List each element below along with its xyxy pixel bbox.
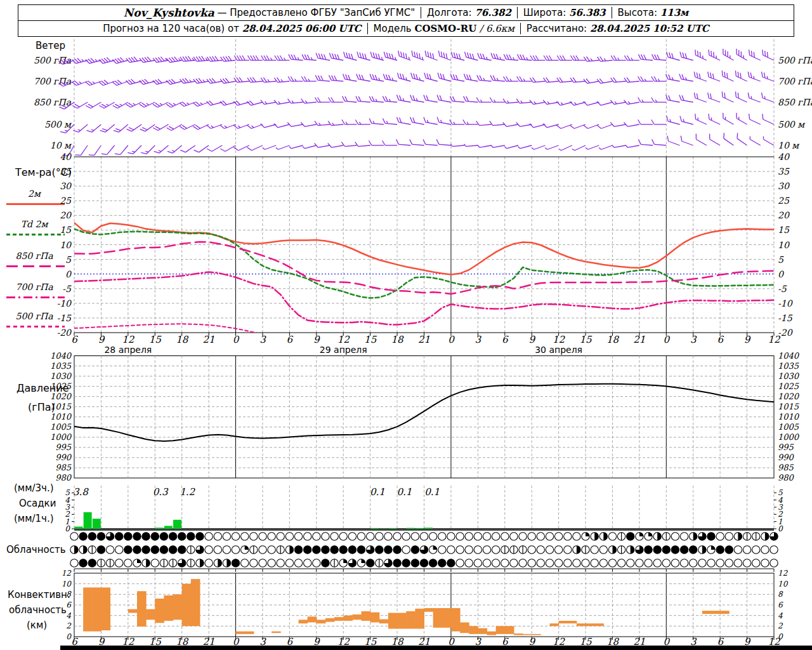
- convective-bar: [317, 620, 326, 623]
- convective-bar: [352, 614, 362, 620]
- svg-text:1035: 1035: [50, 361, 72, 371]
- svg-text:3.8: 3.8: [73, 486, 89, 498]
- convective-bar: [379, 620, 389, 624]
- svg-text:35: 35: [778, 166, 790, 176]
- svg-text:1000: 1000: [50, 432, 72, 442]
- convective-bar: [505, 626, 514, 633]
- svg-text:1040: 1040: [50, 351, 72, 361]
- cloud-symbol-row-2: [70, 559, 778, 567]
- svg-text:15: 15: [579, 334, 593, 345]
- svg-text:-20: -20: [56, 328, 72, 338]
- svg-text:21: 21: [418, 334, 430, 345]
- svg-text:18: 18: [176, 334, 189, 345]
- svg-text:1040: 1040: [778, 351, 800, 361]
- svg-text:500 гПа: 500 гПа: [778, 55, 812, 65]
- convective-bar: [308, 616, 317, 622]
- precip-bar: [416, 528, 424, 529]
- svg-text:1005: 1005: [778, 422, 799, 432]
- convective-bar: [568, 621, 577, 623]
- svg-text:850 гПа: 850 гПа: [34, 97, 72, 107]
- svg-text:1035: 1035: [778, 361, 799, 371]
- convective-bar: [173, 594, 183, 620]
- svg-text:10: 10: [778, 580, 789, 588]
- convective-bar: [406, 611, 416, 628]
- convective-bar: [478, 628, 487, 634]
- svg-text:15: 15: [364, 334, 377, 345]
- convective-bar: [92, 588, 102, 632]
- convective-bar: [164, 595, 173, 621]
- svg-text:1000: 1000: [778, 432, 800, 442]
- convective-bar: [577, 623, 586, 626]
- convective-bar: [442, 608, 452, 628]
- svg-text:40: 40: [778, 152, 790, 162]
- svg-text:10: 10: [62, 580, 72, 588]
- precip-bar: [164, 526, 173, 529]
- temperature-panel: 40403535303025252020151510105500-5-5-10-…: [56, 152, 792, 355]
- svg-text:850 гПа: 850 гПа: [778, 97, 812, 107]
- convective-bar: [245, 632, 254, 634]
- wind-barbs-row-0: [58, 49, 776, 65]
- precip-bar: [388, 528, 396, 529]
- convective-bar: [594, 623, 604, 626]
- cloudiness-panel: [70, 530, 778, 572]
- svg-text:500 гПа: 500 гПа: [34, 55, 72, 65]
- svg-text:12: 12: [122, 334, 135, 345]
- svg-text:995: 995: [55, 442, 72, 452]
- convective-bar: [83, 588, 93, 632]
- cloud-symbol-row-1: [70, 546, 778, 554]
- svg-text:10: 10: [60, 240, 72, 250]
- svg-text:0: 0: [448, 334, 455, 345]
- svg-text:10 м: 10 м: [50, 140, 72, 150]
- svg-text:18: 18: [606, 334, 620, 345]
- svg-text:12: 12: [62, 569, 72, 578]
- convective-bar: [325, 618, 335, 622]
- svg-text:0.1: 0.1: [396, 486, 412, 498]
- svg-text:985: 985: [778, 463, 794, 472]
- convective-bar: [236, 632, 246, 634]
- svg-text:6: 6: [287, 334, 294, 345]
- svg-text:6: 6: [778, 600, 783, 609]
- convective-bar: [272, 632, 281, 633]
- svg-text:990: 990: [55, 453, 72, 462]
- svg-text:3: 3: [259, 334, 266, 345]
- svg-text:12: 12: [778, 569, 789, 578]
- convective-bar: [496, 626, 506, 633]
- convective-bar: [137, 591, 147, 627]
- precip-bar: [84, 512, 92, 529]
- svg-text:40: 40: [60, 152, 72, 162]
- temperature-series: [74, 223, 774, 337]
- svg-text:1030: 1030: [50, 371, 72, 381]
- svg-text:0.1: 0.1: [424, 486, 440, 498]
- svg-text:12: 12: [768, 334, 781, 345]
- svg-text:-5: -5: [62, 284, 72, 294]
- precip-bar: [424, 527, 433, 529]
- convective-panel: 1212101088664422006912151821036912151821…: [60, 569, 812, 650]
- wind-barbs-row-4: [63, 133, 775, 158]
- svg-text:9: 9: [313, 334, 320, 345]
- svg-text:1010: 1010: [778, 412, 800, 421]
- convective-bar: [460, 623, 469, 633]
- svg-text:25: 25: [60, 196, 72, 206]
- svg-text:990: 990: [778, 453, 795, 462]
- svg-text:10 м: 10 м: [778, 140, 800, 150]
- svg-text:980: 980: [778, 473, 795, 482]
- svg-text:0: 0: [778, 269, 784, 279]
- meteogram-canvas: 500 гПа500 гПа700 гПа700 гПа850 гПа850 г…: [0, 0, 812, 650]
- wind-barbs-row-3: [60, 113, 776, 135]
- svg-text:1025: 1025: [778, 381, 799, 391]
- convective-bar: [388, 613, 398, 629]
- precip-bar: [93, 519, 101, 529]
- svg-text:995: 995: [778, 442, 794, 452]
- svg-text:30: 30: [60, 181, 72, 191]
- svg-text:29 апреля: 29 апреля: [320, 345, 367, 355]
- svg-text:6: 6: [502, 334, 509, 345]
- svg-text:8: 8: [66, 590, 72, 599]
- convective-bar: [586, 623, 595, 626]
- convective-bar: [433, 608, 443, 628]
- convective-bar: [101, 588, 110, 630]
- convective-bar: [362, 611, 371, 621]
- meteogram-page: Nov_Kyshtovka — Предоставлено ФГБУ "ЗапС…: [0, 0, 812, 650]
- svg-text:2: 2: [778, 621, 783, 630]
- svg-text:0.3: 0.3: [153, 486, 169, 498]
- svg-text:1010: 1010: [50, 412, 72, 421]
